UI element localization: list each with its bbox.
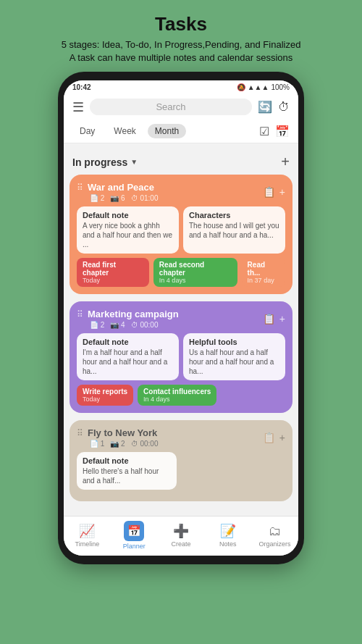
note-text: Hello there's a half hour and a half...	[83, 467, 171, 485]
planner-icon: 📅	[124, 521, 144, 541]
nav-item-create[interactable]: ➕ Create	[163, 523, 199, 548]
tab-month[interactable]: Month	[148, 124, 186, 138]
page-title: Tasks	[62, 13, 301, 35]
note-text: A very nice book a ghhh and a half hour …	[83, 221, 173, 249]
session-chip-read-first[interactable]: Read first chapter Today	[77, 258, 149, 287]
note-card[interactable]: Helpful tools Us a half hour and a half …	[183, 333, 285, 380]
sessions-count: 📷 6	[110, 194, 125, 202]
copy-icon[interactable]: 📋	[263, 186, 275, 198]
main-content: In progress ▼ + ⠿ War and Peace 📄 2	[64, 143, 298, 516]
copy-icon[interactable]: 📋	[263, 313, 275, 325]
section-header: In progress ▼ +	[70, 149, 292, 175]
notes-count: 📄 2	[90, 194, 104, 202]
bottom-nav: 📈 Timeline 📅 Planner ➕ Create 📝 Notes 🗂 …	[64, 516, 298, 556]
note-text: The house and I will get you and a half …	[189, 221, 279, 240]
time-display: ⏱ 00:00	[131, 321, 159, 329]
battery-icon: 100%	[271, 83, 290, 91]
nav-item-organizers[interactable]: 🗂 Organizers	[257, 524, 293, 548]
session-sub: In 4 days	[143, 396, 211, 403]
sessions-count: 📷 4	[110, 321, 125, 329]
phone-frame: 10:42 🔕 ▲▲▲ 100% ☰ Search 🔄 ⏱ Day Week M…	[58, 72, 304, 564]
notes-count: 📄 1	[90, 440, 104, 448]
session-sub: Today	[83, 396, 127, 403]
nav-item-planner[interactable]: 📅 Planner	[116, 521, 152, 550]
section-title[interactable]: In progress ▼	[72, 156, 138, 168]
hamburger-icon[interactable]: ☰	[72, 99, 84, 115]
page-subtitle: 5 stages: Idea, To-do, In Progress,Pendi…	[62, 38, 301, 64]
status-icons: 🔕 ▲▲▲ 100%	[237, 83, 290, 91]
note-card[interactable]: Default note A very nice book a ghhh and…	[77, 206, 179, 254]
nav-item-timeline[interactable]: 📈 Timeline	[69, 523, 105, 548]
note-title: Default note	[83, 456, 171, 465]
search-box[interactable]: Search	[90, 99, 252, 115]
nav-label: Timeline	[75, 540, 100, 548]
refresh-icon[interactable]: 🔄	[258, 100, 272, 114]
drag-handle-icon: ⠿	[77, 183, 83, 193]
nav-label: Notes	[219, 540, 237, 548]
check-calendar-icon[interactable]: ☑	[259, 125, 269, 138]
copy-icon[interactable]: 📋	[263, 432, 275, 443]
session-sub: Today	[83, 277, 143, 284]
date-tabs: Day Week Month ☑ 📅	[64, 120, 298, 143]
time-display: ⏱ 00:00	[131, 440, 159, 448]
tab-week[interactable]: Week	[106, 124, 143, 138]
task-card-marketing: ⠿ Marketing campaign 📄 2 📷 4 ⏱ 00:00 📋 +	[70, 301, 292, 413]
nav-label: Planner	[123, 543, 146, 550]
note-card[interactable]: Default note Hello there's a half hour a…	[77, 452, 177, 490]
page-header: Tasks 5 stages: Idea, To-do, In Progress…	[50, 0, 313, 72]
drag-handle-icon: ⠿	[77, 428, 83, 438]
grid-calendar-icon[interactable]: 📅	[275, 125, 290, 138]
note-title: Helpful tools	[189, 338, 279, 346]
drag-handle-icon: ⠿	[77, 309, 83, 319]
note-card[interactable]: Default note I'm a half hour and a half …	[77, 333, 179, 380]
organizers-icon: 🗂	[269, 524, 282, 539]
sessions-count: 📷 2	[110, 440, 125, 448]
add-task-button[interactable]: +	[281, 154, 290, 170]
session-label: Write reports	[83, 388, 127, 396]
note-text: I'm a half hour and a half hour and a ha…	[83, 348, 173, 376]
status-bar: 10:42 🔕 ▲▲▲ 100%	[64, 80, 298, 94]
add-sub-icon[interactable]: +	[279, 432, 285, 443]
status-time: 10:42	[72, 83, 91, 91]
top-bar: ☰ Search 🔄 ⏱	[64, 94, 298, 120]
add-sub-icon[interactable]: +	[279, 186, 285, 198]
note-title: Characters	[189, 211, 279, 219]
signal-icon: ▲▲▲	[248, 83, 269, 91]
task-card-war-and-peace: ⠿ War and Peace 📄 2 📷 6 ⏱ 01:00 📋 +	[70, 175, 292, 294]
session-chip-read-third[interactable]: Read th... In 37 day	[242, 258, 285, 287]
session-label: Read th...	[248, 261, 279, 277]
task-title: War and Peace	[88, 182, 154, 193]
timeline-icon: 📈	[79, 523, 95, 539]
session-sub: In 37 day	[248, 277, 279, 284]
phone-screen: 10:42 🔕 ▲▲▲ 100% ☰ Search 🔄 ⏱ Day Week M…	[64, 80, 298, 556]
timer-icon[interactable]: ⏱	[278, 101, 290, 114]
session-label: Contact influencers	[143, 388, 211, 396]
nav-label: Create	[171, 540, 190, 548]
session-label: Read first chapter	[83, 261, 143, 277]
notes-icon: 📝	[220, 523, 236, 539]
session-label: Read second chapter	[159, 261, 232, 277]
task-card-fly-to-new-york: ⠿ Fly to New York 📄 1 📷 2 ⏱ 00:00 📋 +	[70, 420, 292, 501]
mute-icon: 🔕	[237, 83, 245, 91]
note-title: Default note	[83, 338, 173, 346]
add-sub-icon[interactable]: +	[279, 313, 285, 325]
task-title: Marketing campaign	[88, 309, 179, 319]
session-sub: In 4 days	[159, 277, 232, 284]
note-title: Default note	[83, 211, 173, 219]
nav-label: Organizers	[259, 540, 291, 548]
session-chip-contact-influencers[interactable]: Contact influencers In 4 days	[138, 385, 216, 406]
session-chip-read-second[interactable]: Read second chapter In 4 days	[153, 258, 237, 287]
note-card[interactable]: Characters The house and I will get you …	[183, 206, 285, 254]
notes-count: 📄 2	[90, 321, 104, 329]
create-icon: ➕	[173, 523, 189, 539]
chevron-down-icon: ▼	[130, 158, 138, 166]
nav-item-notes[interactable]: 📝 Notes	[210, 523, 246, 548]
session-chip-write-reports[interactable]: Write reports Today	[77, 385, 133, 406]
tab-day[interactable]: Day	[72, 124, 102, 138]
task-title: Fly to New York	[88, 427, 157, 438]
note-text: Us a half hour and a half hour and a hal…	[189, 348, 279, 376]
time-display: ⏱ 01:00	[131, 194, 159, 202]
